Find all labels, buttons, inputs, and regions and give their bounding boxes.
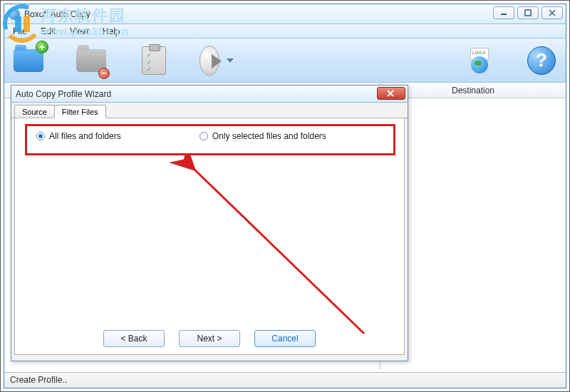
dialog-button-row: < Back Next > Cancel: [15, 330, 404, 347]
destination-pane[interactable]: [380, 98, 566, 369]
close-icon: [387, 90, 395, 97]
svg-line-10: [193, 168, 364, 334]
help-button[interactable]: ?: [524, 43, 559, 78]
radio-all-files-label: All files and folders: [49, 131, 121, 141]
svg-rect-5: [525, 10, 531, 16]
back-button[interactable]: < Back: [103, 330, 165, 347]
radio-dot-icon: [36, 132, 45, 140]
maximize-button[interactable]: [517, 6, 539, 19]
cancel-button[interactable]: Cancel: [254, 330, 316, 347]
profile-wizard-dialog: Auto Copy Profile Wizard Source Filter F…: [11, 85, 408, 361]
add-profile-button[interactable]: +: [11, 43, 46, 78]
app-title: Boxoft Auto Copy: [24, 9, 90, 19]
tab-source[interactable]: Source: [14, 105, 55, 118]
options-button[interactable]: [137, 43, 171, 78]
menubar: File Edit View Help: [4, 24, 566, 38]
play-icon: [200, 46, 219, 76]
tab-filter-files[interactable]: Filter Files: [54, 105, 106, 118]
dialog-tabs: Source Filter Files: [11, 103, 408, 118]
menu-file[interactable]: File: [7, 26, 32, 37]
dialog-title: Auto Copy Profile Wizard: [16, 89, 111, 99]
column-destination: Destination: [380, 83, 566, 98]
run-button[interactable]: [200, 43, 234, 78]
next-button[interactable]: Next >: [179, 330, 240, 347]
annotation-arrow-icon: [65, 155, 378, 348]
help-icon: ?: [527, 46, 556, 75]
plus-badge-icon: +: [36, 41, 48, 53]
radio-dot-icon: [200, 132, 208, 140]
menu-help[interactable]: Help: [97, 26, 126, 37]
logs-icon: [466, 48, 492, 73]
remove-profile-button[interactable]: −: [74, 43, 108, 78]
status-text: Create Profile..: [10, 375, 67, 385]
toolbar: + − ?: [4, 38, 566, 83]
dialog-close-button[interactable]: [377, 87, 405, 100]
dialog-body: All files and folders Only selected file…: [14, 118, 405, 355]
close-button[interactable]: [542, 6, 563, 19]
minimize-button[interactable]: [493, 6, 514, 19]
clipboard-check-icon: [142, 46, 166, 75]
menu-view[interactable]: View: [64, 26, 94, 37]
minus-badge-icon: −: [98, 68, 110, 79]
logs-button[interactable]: [462, 43, 496, 78]
dialog-titlebar: Auto Copy Profile Wizard: [11, 86, 408, 103]
radio-all-files[interactable]: All files and folders: [36, 131, 121, 141]
menu-edit[interactable]: Edit: [35, 26, 61, 37]
dropdown-chevron-icon[interactable]: [227, 58, 234, 63]
app-icon: [9, 9, 20, 20]
radio-selected-files-label: Only selected files and folders: [212, 131, 326, 141]
titlebar: Boxoft Auto Copy: [4, 4, 566, 24]
radio-selected-files[interactable]: Only selected files and folders: [200, 131, 326, 141]
statusbar: Create Profile..: [4, 372, 566, 388]
